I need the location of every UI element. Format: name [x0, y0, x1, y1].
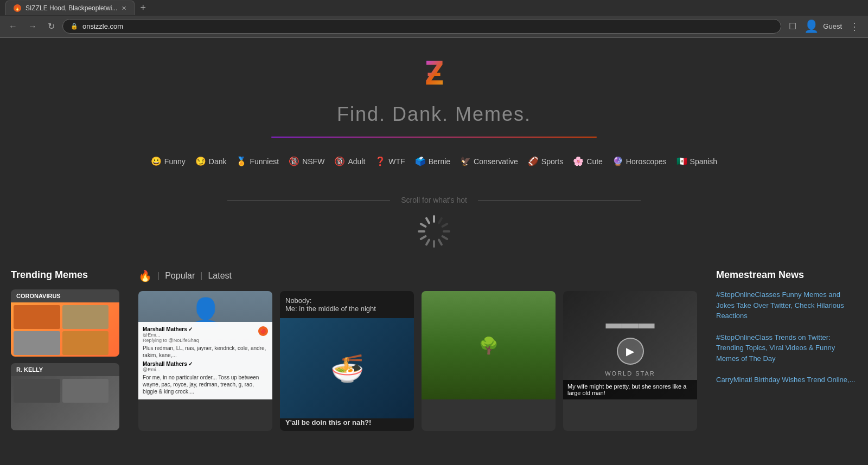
category-horoscopes[interactable]: 🔮Horoscopes	[612, 156, 667, 166]
meme-caption-2: Y'all be doin this or nah?!	[280, 418, 414, 431]
tweet-body2: For me, in no particular order... Toss u…	[143, 374, 268, 395]
news-item-2[interactable]: #StopOnlineClass Trends on Twitter: Tren…	[716, 332, 857, 364]
tweet-handle2: @Emi...	[143, 367, 268, 372]
category-funniest[interactable]: 🏅Funniest	[236, 156, 279, 166]
cat-label: Cute	[586, 157, 603, 166]
play-button[interactable]: ▶	[617, 338, 644, 365]
meme-card-1[interactable]: 👤 Marshall Mathers ✓ @Emi... Replying to…	[138, 291, 272, 431]
cat-label: Funniest	[250, 157, 279, 166]
browser-toolbar: ← → ↻ 🔒 onsizzle.com ☐ 👤 Guest ⋮	[0, 16, 868, 37]
page-header: Ƶ Find. Dank. Memes. 😀Funny😏Dank🏅Funnies…	[0, 38, 868, 185]
category-funny[interactable]: 😀Funny	[151, 156, 186, 166]
user-account-button[interactable]: 👤	[804, 20, 819, 34]
thumb-mini-1	[14, 305, 60, 329]
tweet-badge: 🔴	[258, 326, 268, 336]
left-divider	[227, 200, 390, 201]
cat-label: Spanish	[690, 157, 718, 166]
cat-emoji: 🏅	[236, 156, 247, 166]
content-header: 🔥 | Popular | Latest	[138, 269, 697, 282]
meme-grid: 👤 Marshall Mathers ✓ @Emi... Replying to…	[138, 291, 697, 431]
scroll-divider: Scroll for what's hot	[11, 196, 857, 204]
category-dank[interactable]: 😏Dank	[195, 156, 227, 166]
nobody-label: Nobody:	[285, 296, 409, 305]
trending-card-coronavirus[interactable]: CORONAVIRUS	[11, 289, 119, 357]
news-link-3[interactable]: CarryMinati Birthday Wishes Trend Online…	[716, 376, 855, 384]
scroll-section: Scroll for what's hot	[0, 185, 868, 269]
tweet-reply1: Replying to @NoLifeShaq	[143, 338, 199, 343]
cat-label: Sports	[541, 157, 563, 166]
nobody-subtitle: Me: in the middle of the night	[285, 305, 409, 313]
meme-img-1: 👤 Marshall Mathers ✓ @Emi... Replying to…	[138, 291, 272, 399]
category-nsfw[interactable]: 🔞NSFW	[289, 156, 324, 166]
tweet-name2: Marshall Mathers ✓	[143, 361, 268, 367]
rkelly-img-placeholder	[11, 376, 119, 430]
spinner-dash-0	[441, 222, 449, 228]
bookmark-button[interactable]: ☐	[786, 20, 800, 33]
category-adult[interactable]: 🔞Adult	[334, 156, 365, 166]
thumb-mini-rk-1	[14, 379, 60, 403]
category-nav: 😀Funny😏Dank🏅Funniest🔞NSFW🔞Adult❓WTF🗳️Ber…	[11, 148, 857, 174]
news-link-1[interactable]: #StopOnlineClasses Funny Memes and Jokes…	[716, 290, 844, 320]
cat-emoji: 🌸	[573, 156, 584, 166]
fire-emoji: 🔥	[138, 269, 152, 282]
active-tab[interactable]: 🔥 SIZZLE Hood, Blackpeopletwi... ✕	[5, 1, 135, 15]
news-item-3[interactable]: CarryMinati Birthday Wishes Trend Online…	[716, 374, 857, 385]
back-button[interactable]: ←	[5, 21, 21, 33]
reload-button[interactable]: ↻	[44, 20, 58, 33]
latest-filter[interactable]: Latest	[208, 271, 232, 281]
cat-emoji: 🔞	[334, 156, 345, 166]
new-tab-button[interactable]: +	[135, 0, 151, 16]
thumb-mini-2	[62, 305, 109, 329]
news-item-1[interactable]: #StopOnlineClasses Funny Memes and Jokes…	[716, 289, 857, 321]
sidebar-right: Memestream News #StopOnlineClasses Funny…	[705, 269, 857, 437]
content-area: 🔥 | Popular | Latest 👤 Marshall Mathers …	[130, 269, 705, 437]
search-bar	[271, 137, 597, 138]
browser-menu-button[interactable]: ⋮	[846, 20, 863, 34]
cat-label: NSFW	[302, 157, 324, 166]
tweet-body1: Plus redman, LL, nas, jayner, kendrick, …	[143, 345, 268, 359]
category-cute[interactable]: 🌸Cute	[573, 156, 603, 166]
cat-label: Adult	[348, 157, 365, 166]
category-bernie[interactable]: 🗳️Bernie	[415, 156, 450, 166]
spinner-dash-3	[437, 238, 443, 246]
sidebar-left: Trending Memes CORONAVIRUS R. KELLY	[11, 269, 130, 437]
meme-card-4[interactable]: ▬▬▬ ▶ WORLD STAR My wife might be pretty…	[563, 291, 697, 431]
coronavirus-img-placeholder	[11, 302, 119, 357]
cat-label: Horoscopes	[626, 157, 667, 166]
spinner-dash-1	[443, 230, 450, 232]
video-stripes: ▬▬▬	[606, 314, 655, 332]
category-spanish[interactable]: 🇲🇽Spanish	[676, 156, 718, 166]
cat-emoji: 🔞	[289, 156, 299, 166]
meme-card-3[interactable]: 🌳	[422, 291, 556, 431]
tab-close-button[interactable]: ✕	[122, 5, 126, 12]
tab-title: SIZZLE Hood, Blackpeopletwi...	[25, 4, 117, 12]
news-link-2[interactable]: #StopOnlineClass Trends on Twitter: Tren…	[716, 333, 835, 363]
popular-filter[interactable]: Popular	[165, 271, 195, 281]
meme-card-2[interactable]: Nobody: Me: in the middle of the night 🍜…	[280, 291, 414, 431]
trending-card-rkelly[interactable]: R. KELLY	[11, 363, 119, 430]
meme-tweet-overlay: Marshall Mathers ✓ @Emi... Replying to @…	[138, 322, 272, 399]
site-logo[interactable]: Ƶ	[11, 60, 857, 92]
cat-emoji: 😏	[195, 156, 206, 166]
cat-emoji: 🏈	[528, 156, 539, 166]
thumb-mini-4	[62, 331, 109, 355]
category-sports[interactable]: 🏈Sports	[528, 156, 563, 166]
spinner-dash-10	[433, 215, 435, 223]
scroll-text: Scroll for what's hot	[401, 196, 467, 204]
trending-card-img-coronavirus	[11, 302, 119, 357]
spinner-dash-6	[419, 235, 427, 240]
category-conservative[interactable]: 🦅Conservative	[460, 156, 518, 166]
cat-label: Bernie	[429, 157, 450, 166]
spinner-dash-9	[425, 217, 430, 224]
tab-favicon: 🔥	[14, 4, 21, 12]
category-wtf[interactable]: ❓WTF	[375, 156, 405, 166]
trending-card-label-rkelly: R. KELLY	[11, 363, 119, 376]
spinner	[412, 209, 456, 254]
tagline: Find. Dank. Memes.	[11, 103, 857, 126]
spinner-dash-7	[418, 230, 425, 232]
address-bar[interactable]: 🔒 onsizzle.com	[62, 19, 781, 34]
cat-emoji: 🔮	[612, 156, 623, 166]
forward-button[interactable]: →	[25, 21, 40, 33]
spinner-dash-4	[433, 240, 435, 248]
loading-spinner	[11, 204, 857, 259]
